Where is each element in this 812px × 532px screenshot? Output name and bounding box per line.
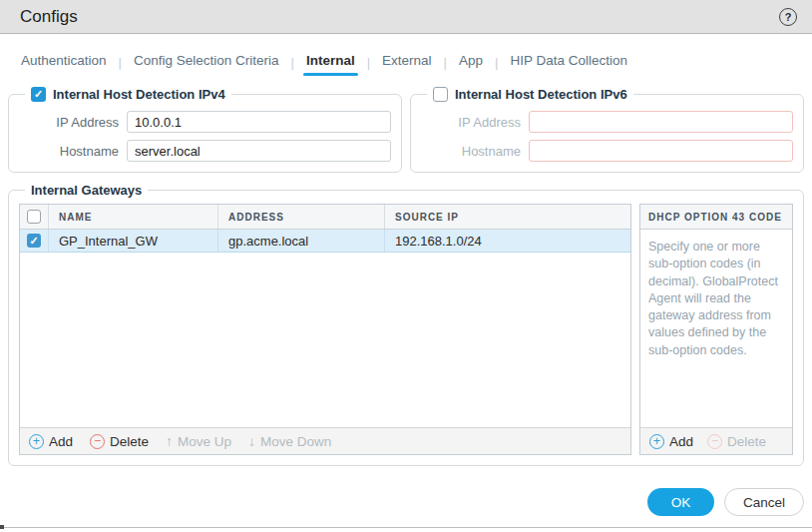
ipv6-ip-address-input[interactable]	[529, 111, 793, 133]
ipv6-enabled-checkbox[interactable]	[433, 87, 448, 102]
arrow-down-icon: ↓	[248, 433, 255, 449]
cancel-button[interactable]: Cancel	[724, 488, 804, 516]
tab-hip-data-collection[interactable]: HIP Data Collection	[509, 50, 628, 75]
add-icon: +	[649, 434, 664, 449]
ipv4-hostname-label: Hostname	[19, 144, 119, 159]
move-up-button[interactable]: ↑ Move Up	[166, 433, 231, 449]
delete-gateway-button[interactable]: − Delete	[90, 434, 149, 449]
table-row[interactable]: GP_Internal_GW gp.acme.local 192.168.1.0…	[20, 230, 630, 253]
column-header-address[interactable]: ADDRESS	[218, 205, 385, 229]
tab-separator: |	[291, 55, 294, 70]
help-icon[interactable]: ?	[779, 8, 797, 26]
internal-host-detection-ipv6-section: Internal Host Detection IPv6 IP Address …	[410, 87, 804, 173]
dhcp-panel-header: DHCP OPTION 43 CODE	[640, 205, 792, 230]
ipv4-ip-address-input[interactable]	[127, 111, 391, 133]
ipv4-section-title: Internal Host Detection IPv4	[53, 87, 225, 102]
move-up-label: Move Up	[178, 434, 231, 449]
dhcp-delete-label: Delete	[727, 434, 766, 449]
ipv4-hostname-input[interactable]	[127, 140, 391, 162]
host-detection-sections: Internal Host Detection IPv4 IP Address …	[8, 87, 804, 173]
add-button-label: Add	[49, 434, 73, 449]
internal-host-detection-ipv4-section: Internal Host Detection IPv4 IP Address …	[8, 87, 402, 173]
gateway-source-ip-cell: 192.168.1.0/24	[385, 230, 630, 252]
move-down-label: Move Down	[260, 434, 331, 449]
tab-bar: Authentication | Config Selection Criter…	[20, 49, 792, 76]
dhcp-option-43-panel: DHCP OPTION 43 CODE Specify one or more …	[639, 204, 793, 455]
dhcp-help-text: Specify one or more sub-option codes (in…	[640, 230, 792, 427]
dialog-titlebar: Configs ?	[0, 0, 812, 34]
ipv6-ip-address-label: IP Address	[421, 115, 521, 130]
delete-icon: −	[707, 434, 722, 449]
dialog-footer: OK Cancel	[647, 488, 804, 516]
delete-button-label: Delete	[110, 434, 149, 449]
dhcp-delete-button[interactable]: − Delete	[707, 434, 766, 449]
dhcp-toolbar: + Add − Delete	[640, 427, 792, 454]
table-empty-area	[20, 253, 630, 427]
tab-separator: |	[444, 55, 447, 70]
page-title: Configs	[20, 7, 78, 27]
gateways-table: NAME ADDRESS SOURCE IP GP_Internal_GW gp…	[19, 204, 631, 455]
column-header-source-ip[interactable]: SOURCE IP	[385, 205, 630, 229]
ipv4-enabled-checkbox[interactable]	[31, 87, 46, 102]
gateway-name-cell: GP_Internal_GW	[49, 230, 218, 252]
add-gateway-button[interactable]: + Add	[29, 434, 73, 449]
tab-separator: |	[367, 55, 370, 70]
ok-button[interactable]: OK	[647, 488, 714, 516]
tab-authentication[interactable]: Authentication	[20, 50, 108, 75]
tab-config-selection-criteria[interactable]: Config Selection Criteria	[133, 50, 280, 75]
ipv6-hostname-label: Hostname	[421, 144, 521, 159]
add-icon: +	[29, 434, 44, 449]
ipv6-hostname-input[interactable]	[529, 140, 793, 162]
column-header-name[interactable]: NAME	[49, 205, 218, 229]
tab-external[interactable]: External	[381, 50, 433, 75]
ipv6-section-title: Internal Host Detection IPv6	[455, 87, 627, 102]
page-bottom-divider	[0, 527, 812, 528]
tab-internal[interactable]: Internal	[305, 50, 356, 75]
dhcp-add-label: Add	[669, 434, 693, 449]
gateways-toolbar: + Add − Delete ↑ Move Up ↓ Move Down	[20, 427, 630, 454]
delete-icon: −	[90, 434, 105, 449]
tab-separator: |	[119, 55, 122, 70]
select-all-checkbox[interactable]	[27, 210, 41, 224]
page-bottom-marker	[0, 525, 4, 529]
move-down-button[interactable]: ↓ Move Down	[248, 433, 331, 449]
gateway-address-cell: gp.acme.local	[218, 230, 385, 252]
internal-gateways-section: Internal Gateways NAME ADDRESS SOURCE IP…	[8, 183, 804, 466]
gateways-section-title: Internal Gateways	[31, 183, 142, 198]
row-checkbox[interactable]	[27, 234, 41, 248]
gateways-table-header: NAME ADDRESS SOURCE IP	[20, 205, 630, 230]
ipv4-ip-address-label: IP Address	[19, 115, 119, 130]
arrow-up-icon: ↑	[166, 433, 173, 449]
dhcp-add-button[interactable]: + Add	[649, 434, 693, 449]
tab-app[interactable]: App	[458, 50, 484, 75]
tab-separator: |	[495, 55, 498, 70]
